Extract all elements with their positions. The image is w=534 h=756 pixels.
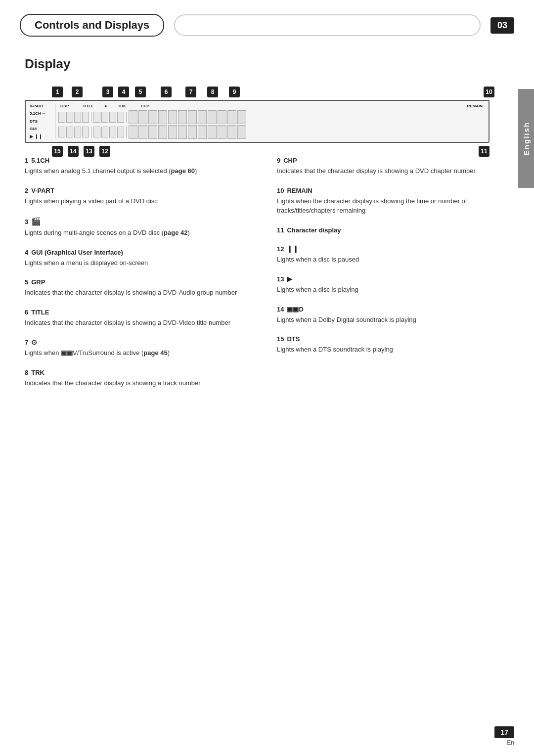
label-chp: CHP [141, 104, 149, 108]
badge-6-group: 6 [161, 87, 172, 97]
item-8-num: 8 [25, 369, 28, 376]
seg-large-2 [129, 125, 485, 139]
item-8-heading: 8 TRK [25, 369, 257, 376]
seg-cell [129, 125, 137, 139]
item-15-body: Lights when a DTS soundtrack is playing [277, 345, 509, 355]
item-10-num: 10 [277, 187, 284, 194]
seg-cell [188, 110, 197, 124]
label-trk: TRK [118, 104, 126, 108]
badge-9-group: 9 [229, 87, 240, 97]
label-51ch: 5.1CH ∞ [30, 111, 52, 116]
display-section: Display 1 2 3 4 5 [0, 37, 534, 157]
item-3-num: 3 [25, 218, 28, 225]
item-10: 10 REMAIN Lights when the character disp… [277, 187, 509, 216]
label-play: ▶ ❙❙ [30, 134, 52, 139]
seg-row-2 [58, 125, 485, 139]
seg-cell [138, 125, 147, 139]
item-14-body: Lights when a Dolby Digital soundtrack i… [277, 315, 509, 325]
item-1-num: 1 [25, 157, 28, 164]
seg-cell [208, 125, 217, 139]
item-15-num: 15 [277, 335, 284, 343]
item-8-body: Indicates that the character display is … [25, 378, 257, 388]
seg-cell [129, 110, 137, 124]
seg-cell [148, 125, 157, 139]
item-1-heading: 1 5.1CH [25, 157, 257, 164]
item-13-icon: ▶ [287, 275, 292, 283]
language-label: English [522, 122, 531, 155]
item-12-body: Lights when a disc is paused [277, 255, 509, 265]
item-7: 7 ⊙ Lights when ▣▣V/TruSurround is activ… [25, 338, 257, 358]
seg-cell [101, 127, 108, 137]
page-number: 17 [494, 726, 514, 738]
item-13: 13 ▶ Lights when a disc is playing [277, 275, 509, 295]
badge-14: 14 [68, 146, 79, 157]
seg-row-1 [58, 110, 485, 124]
seg-cell [117, 112, 124, 123]
divider [126, 127, 127, 137]
seg-cell [178, 110, 187, 124]
item-12-icon: ❙❙ [287, 245, 299, 253]
seg-cell [66, 127, 73, 137]
divider [91, 127, 91, 137]
item-9-title: CHP [283, 157, 297, 164]
language-sidebar: English [518, 89, 534, 188]
label-title: TITLE [83, 104, 93, 108]
badge-13: 13 [84, 146, 94, 157]
seg-cell [218, 110, 226, 124]
badge-15: 15 [52, 146, 63, 157]
seg-cell [117, 127, 124, 137]
badge-1-group: 1 [52, 87, 63, 97]
item-11-title: Character display [287, 226, 341, 234]
item-6: 6 TITLE Indicates that the character dis… [25, 309, 257, 328]
item-2-heading: 2 V-PART [25, 187, 257, 194]
item-7-heading: 7 ⊙ [25, 338, 257, 346]
badge-3: 3 [102, 87, 113, 97]
seg-cell [82, 112, 89, 123]
item-1: 1 5.1CH Lights when analog 5.1 channel o… [25, 157, 257, 176]
item-9: 9 CHP Indicates that the character displ… [277, 157, 509, 176]
seg-cell [58, 127, 65, 137]
page-title: Controls and Displays [20, 14, 164, 37]
label-dot: ● [105, 104, 107, 108]
item-8: 8 TRK Indicates that the character displ… [25, 369, 257, 388]
item-9-heading: 9 CHP [277, 157, 509, 164]
seg-cell [218, 125, 226, 139]
seg-cell [237, 110, 246, 124]
badge-7: 7 [185, 87, 196, 97]
item-15-title: DTS [287, 335, 300, 343]
divider [91, 112, 91, 123]
badge-4-group: 4 [118, 87, 129, 97]
seg-cell [74, 127, 81, 137]
badge-14-group: 14 [68, 146, 79, 157]
item-13-heading: 13 ▶ [277, 275, 509, 283]
item-9-num: 9 [277, 157, 280, 164]
seg-cell [58, 112, 65, 123]
seg-cell [227, 125, 236, 139]
item-7-num: 7 [25, 339, 28, 346]
item-2-title: V-PART [31, 187, 54, 194]
item-7-icon: ⊙ [31, 338, 37, 346]
seg-cell [66, 112, 73, 123]
seg-cell [74, 112, 81, 123]
panel-top-labels: GRP TITLE ● TRK CHP REMAIN [58, 104, 485, 108]
item-11: 11 Character display [277, 226, 509, 234]
seg-cell [237, 125, 246, 139]
seg-small-3 [58, 127, 89, 137]
item-5-num: 5 [25, 278, 28, 286]
item-3: 3 🎬 Lights during multi-angle scenes on … [25, 217, 257, 238]
badge-10-group: 10 [484, 87, 494, 97]
seg-cell [178, 125, 187, 139]
label-grp: GRP [60, 104, 69, 108]
item-4-title: GUI (Graphical User Interface) [31, 249, 123, 256]
item-9-body: Indicates that the character display is … [277, 166, 509, 176]
badge-5-group: 5 [135, 87, 146, 97]
panel-left-labels: V-PART 5.1CH ∞ DTS GUI ▶ ❙❙ [30, 104, 55, 139]
seg-cell [148, 110, 157, 124]
label-vpart: V-PART [30, 104, 52, 108]
badge-11-group: 11 [479, 146, 490, 157]
item-3-heading: 3 🎬 [25, 217, 257, 226]
page-label: En [507, 739, 514, 746]
item-10-heading: 10 REMAIN [277, 187, 509, 194]
badge-9: 9 [229, 87, 240, 97]
item-2: 2 V-PART Lights when playing a video par… [25, 187, 257, 206]
